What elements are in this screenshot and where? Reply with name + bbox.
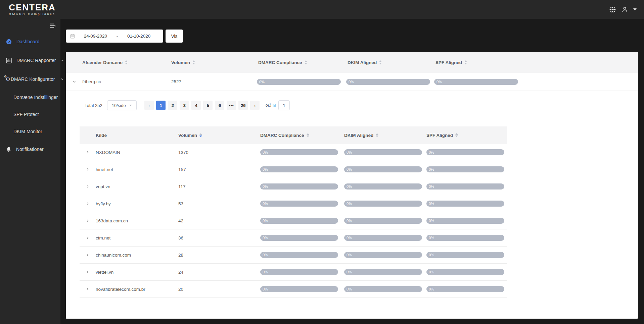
sort-icon[interactable]	[125, 60, 128, 64]
pagination-page-button[interactable]: 2	[168, 101, 177, 110]
table-row: ctm.net 36 0% 0% 0%	[80, 229, 507, 247]
sidebar-item-spf-protect[interactable]: SPF Protect	[0, 106, 60, 123]
column-header-dkim-aligned[interactable]: DKIM Aligned	[348, 60, 435, 65]
caret-down-icon[interactable]	[633, 8, 637, 10]
pagination-page-button[interactable]: 4	[191, 101, 201, 110]
pagination-page-button[interactable]: 5	[203, 101, 213, 110]
expand-row-toggle[interactable]	[80, 150, 96, 154]
sidebar-item-dkim-monitor[interactable]: DKIM Monitor	[0, 123, 60, 140]
volume-cell: 53	[178, 201, 260, 206]
chevron-down-icon	[60, 58, 64, 62]
pagination-page-button[interactable]: 6	[215, 101, 224, 110]
domain-name-cell: friberg.cc	[82, 79, 171, 84]
volume-cell: 117	[178, 184, 260, 189]
expand-row-toggle[interactable]	[80, 270, 96, 274]
chevron-right-icon	[86, 236, 90, 240]
sidebar-item-label: Notifikationer	[16, 147, 44, 152]
expand-row-toggle[interactable]	[80, 236, 96, 240]
spf-aligned-bar: 0%	[434, 79, 518, 85]
sort-icon[interactable]	[376, 133, 378, 137]
volume-cell: 28	[178, 253, 260, 258]
sort-icon[interactable]	[192, 60, 195, 64]
sidebar-item-label: DMARC Konfigurator	[11, 76, 55, 82]
sort-icon-active-desc[interactable]	[199, 133, 202, 137]
topbar-actions	[609, 6, 644, 13]
globe-icon[interactable]	[609, 6, 616, 13]
brand-name: CENTERA	[9, 3, 56, 12]
column-header-afsender-domaene[interactable]: Afsender Domæne	[82, 60, 171, 65]
date-to-value[interactable]: 01-10-2020	[119, 34, 159, 39]
sidebar-item-domaene-indstillinger[interactable]: Domæne Indstillinger	[0, 89, 60, 106]
spf-aligned-bar: 0%	[426, 166, 504, 172]
sidebar-item-dmarc-rapporter[interactable]: DMARC Rapporter	[0, 51, 60, 70]
table-row: byfly.by 53 0% 0% 0%	[80, 195, 507, 212]
chevron-down-icon	[129, 105, 132, 106]
volume-cell: 24	[178, 270, 260, 275]
source-name-cell: NXDOMAIN	[96, 150, 178, 155]
pagination-page-button[interactable]: 1	[156, 101, 166, 110]
brand-tagline: DMARC Compliance	[9, 12, 55, 16]
volume-cell: 1370	[178, 150, 260, 155]
pagination-next-button[interactable]: ›	[250, 101, 260, 110]
date-from-value[interactable]: 24-09-2020	[75, 34, 116, 39]
table-row: NXDOMAIN 1370 0% 0% 0%	[80, 144, 507, 161]
submenu-item-label: DKIM Monitor	[13, 129, 42, 134]
submenu-item-label: Domæne Indstillinger	[13, 95, 58, 100]
sidebar-item-dashboard[interactable]: Dashboard	[0, 32, 60, 51]
sidebar-item-label: DMARC Rapporter	[16, 58, 56, 63]
dmarc-compliance-bar: 0%	[260, 235, 338, 241]
sidebar-item-label: Dashboard	[16, 39, 40, 44]
goto-page-input[interactable]	[278, 100, 290, 110]
column-header-volumen[interactable]: Volumen	[178, 133, 260, 138]
chevron-right-icon	[86, 167, 90, 171]
sort-icon[interactable]	[307, 133, 309, 137]
sidebar-item-notifikationer[interactable]: Notifikationer	[0, 140, 60, 159]
volume-cell: 2527	[171, 79, 258, 84]
source-name-cell: viettel.vn	[96, 270, 178, 275]
table-row: hinet.net 157 0% 0% 0%	[80, 161, 507, 178]
sort-icon[interactable]	[455, 133, 458, 137]
date-range-picker[interactable]: 24-09-2020 - 01-10-2020	[66, 30, 163, 43]
column-header-dmarc-compliance[interactable]: DMARC Compliance	[258, 60, 348, 65]
collapse-row-toggle[interactable]	[66, 80, 82, 84]
domains-table-header: Afsender Domæne Volumen DMARC Compliance…	[66, 52, 638, 73]
table-row: 163data.com.cn 42 0% 0% 0%	[80, 212, 507, 229]
pagination-page-button[interactable]: 3	[180, 101, 189, 110]
dkim-aligned-bar: 0%	[344, 218, 422, 224]
expand-row-toggle[interactable]	[80, 184, 96, 188]
expand-row-toggle[interactable]	[80, 219, 96, 223]
sidebar-collapse-icon[interactable]	[49, 23, 56, 28]
column-header-volumen[interactable]: Volumen	[171, 60, 258, 65]
expand-row-toggle[interactable]	[80, 167, 96, 171]
chevron-right-icon	[86, 253, 90, 257]
main-content: 24-09-2020 - 01-10-2020 Vis Afsender Dom…	[60, 19, 644, 324]
page-size-select[interactable]: 10/side	[107, 100, 137, 110]
source-name-cell: 163data.com.cn	[96, 218, 178, 223]
column-header-spf-aligned[interactable]: SPF Aligned	[426, 133, 507, 138]
expand-row-toggle[interactable]	[80, 202, 96, 206]
vis-button[interactable]: Vis	[166, 30, 183, 43]
sort-icon[interactable]	[379, 60, 382, 64]
column-header-dkim-aligned[interactable]: DKIM Aligned	[344, 133, 426, 138]
pagination-prev-button[interactable]: ‹	[144, 101, 154, 110]
user-icon[interactable]	[622, 6, 628, 13]
dmarc-compliance-bar: 0%	[260, 218, 338, 224]
dkim-aligned-bar: 0%	[346, 79, 430, 85]
pagination-page-button[interactable]: 26	[238, 101, 248, 110]
expand-row-toggle[interactable]	[80, 253, 96, 257]
dkim-aligned-bar: 0%	[344, 149, 422, 155]
column-header-spf-aligned[interactable]: SPF Aligned	[435, 60, 519, 65]
source-name-cell: ctm.net	[96, 235, 178, 240]
source-name-cell: novafibratelecom.com.br	[96, 287, 178, 292]
sort-icon[interactable]	[305, 60, 307, 64]
sidebar-item-dmarc-konfigurator[interactable]: ⚙⚙ DMARC Konfigurator	[0, 70, 60, 89]
source-name-cell: hinet.net	[96, 167, 178, 172]
pagination-ellipsis-button[interactable]: •••	[227, 101, 236, 110]
sort-icon[interactable]	[464, 60, 467, 64]
column-header-dmarc-compliance[interactable]: DMARC Compliance	[260, 133, 344, 138]
expand-row-toggle[interactable]	[80, 287, 96, 291]
topbar: CENTERA DMARC Compliance	[0, 0, 644, 19]
date-filter-row: 24-09-2020 - 01-10-2020 Vis	[66, 30, 644, 43]
goto-page-label: Gå til	[266, 103, 276, 108]
volume-cell: 20	[178, 287, 260, 292]
